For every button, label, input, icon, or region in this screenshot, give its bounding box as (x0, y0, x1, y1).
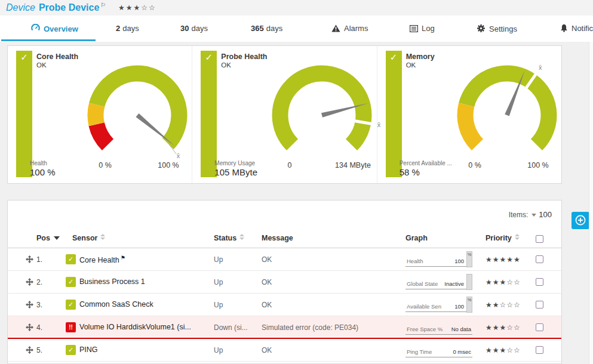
sensor-row[interactable]: 2.✓Business Process 1UpOKGlobal StateIna… (8, 271, 561, 294)
sensor-status: Up (214, 255, 223, 264)
move-icon[interactable] (26, 255, 33, 265)
tab-label: Log (422, 24, 435, 33)
tab-days[interactable]: 30days (180, 24, 208, 38)
tab-settings[interactable]: Settings (477, 24, 517, 38)
active-tab-underline (1, 39, 96, 41)
gear-icon (477, 24, 486, 35)
sensor-status: Up (214, 278, 223, 286)
channel-label: Memory Usage (214, 160, 257, 166)
alarm-icon (331, 24, 340, 34)
sort-icon (239, 234, 244, 240)
sensor-mini-graph[interactable]: Ping Time0 msec (405, 343, 472, 357)
row-checkbox[interactable] (536, 323, 543, 331)
gauge-tile-probe-health[interactable]: ✓Probe HealthOKx̄0134 MByteMemory Usage1… (192, 46, 377, 183)
column-header-status[interactable]: Status (214, 234, 244, 242)
items-label: Items: (509, 211, 529, 219)
sensor-row[interactable]: 5.✓PINGUpOKPing Time0 msec★★★☆☆ (8, 339, 561, 362)
sensor-status-bar: ✓ (201, 51, 217, 177)
priority-stars[interactable]: ★★★☆☆ (486, 278, 521, 286)
average-marker: x̄ (539, 64, 542, 71)
move-icon[interactable] (26, 278, 33, 288)
table-body: 1.✓Core Health⚑UpOKHealth100%★★★★★2.✓Bus… (8, 248, 561, 362)
sensor-status: Up (214, 301, 223, 309)
graph-unit-strip (466, 274, 472, 290)
sensor-name-link[interactable]: Common SaaS Check (79, 300, 153, 309)
check-icon: ✓ (16, 52, 32, 63)
sensor-mini-graph[interactable]: Available Sen100% (405, 297, 472, 312)
tab-log[interactable]: Log (410, 24, 435, 38)
row-checkbox[interactable] (536, 301, 543, 309)
column-header-graph[interactable]: Graph (405, 234, 428, 242)
graph-channel-value: Inactive (444, 280, 464, 287)
sensor-row[interactable]: 3.✓Common SaaS CheckUpOKAvailable Sen100… (8, 294, 561, 316)
sensor-name-link[interactable]: Core Health⚑ (79, 255, 125, 264)
column-label: Graph (405, 234, 428, 242)
add-object-button[interactable] (572, 212, 589, 229)
gauge-scale-max: 134 MByte (335, 161, 371, 169)
move-icon[interactable] (26, 346, 33, 356)
column-header-message[interactable]: Message (262, 234, 293, 242)
graph-channel-label: Global State (407, 280, 438, 287)
graph-channel-value: 0 msec (453, 348, 471, 355)
tab-label: days (266, 24, 282, 33)
tab-alarms[interactable]: Alarms (331, 24, 368, 38)
channel-label: Percent Available ... (400, 160, 452, 166)
gauge-tile-core-health[interactable]: ✓Core HealthOKx̄0 %100 %Health100 % (8, 46, 192, 183)
row-checkbox[interactable] (536, 278, 543, 286)
sensor-name-link[interactable]: Volume IO HarddiskVolume1 (si... (79, 323, 191, 331)
sensor-mini-graph[interactable]: Global StateInactive (405, 274, 472, 289)
table-header-row: PosSensorStatusMessageGraphPriority (8, 230, 561, 248)
graph-channel-value: 100 (454, 258, 464, 264)
sensor-mini-graph[interactable]: Free Space %No data (405, 320, 472, 335)
tab-days[interactable]: 365days (251, 24, 282, 38)
sensor-mini-graph[interactable]: Health100% (405, 252, 472, 267)
flag-icon[interactable]: ⚐ (100, 2, 106, 8)
column-header-priority[interactable]: Priority (486, 234, 520, 242)
move-icon[interactable] (26, 323, 33, 333)
channel-label: Health (30, 160, 56, 166)
sort-icon (100, 234, 105, 240)
priority-stars[interactable]: ★★☆☆☆ (486, 301, 521, 309)
chevron-down-icon (531, 214, 536, 217)
check-icon: ✓ (201, 52, 217, 63)
priority-stars[interactable]: ★★★☆☆ (486, 346, 521, 354)
tab-label: Alarms (344, 24, 368, 33)
gauge-tile-memory[interactable]: ✓MemoryOKx̄0 %100 %Percent Available ...… (377, 46, 561, 183)
tab-notifications[interactable]: Notifications (560, 24, 593, 38)
position-number: 2. (36, 278, 42, 286)
tab-overview[interactable]: Overview (31, 24, 78, 38)
column-header-pos[interactable]: Pos (36, 234, 60, 242)
graph-unit-strip: % (466, 297, 472, 313)
channel-value: 100 % (30, 167, 56, 177)
device-priority-stars[interactable]: ★★★☆☆ (118, 4, 156, 12)
items-count-control[interactable]: Items:100 (509, 210, 552, 219)
sensor-status: Down (si... (214, 323, 248, 332)
graph-channel-label: Available Sen (407, 303, 441, 310)
gauge-icon (31, 24, 40, 35)
select-all-checkbox[interactable] (536, 235, 543, 243)
priority-stars[interactable]: ★★★☆☆ (486, 323, 521, 332)
flag-icon: ⚑ (121, 255, 125, 261)
scrollbar-track[interactable] (589, 42, 593, 364)
row-checkbox[interactable] (536, 255, 543, 263)
gauges-panel: ✓Core HealthOKx̄0 %100 %Health100 %✓Prob… (7, 45, 562, 184)
sensor-name-link[interactable]: Business Process 1 (79, 277, 145, 286)
move-icon[interactable] (26, 301, 33, 310)
sensor-name-link[interactable]: PING (79, 346, 98, 354)
column-header-sensor[interactable]: Sensor (72, 234, 105, 242)
sensor-status-bar: ✓ (16, 51, 32, 177)
channel-value: 105 MByte (214, 167, 257, 177)
primary-channel: Health100 % (30, 160, 56, 177)
log-icon (410, 25, 418, 34)
row-checkbox[interactable] (536, 346, 543, 354)
average-marker: x̄ (177, 152, 180, 159)
page-header: DeviceProbe Device⚐ ★★★☆☆ (0, 0, 593, 16)
gauge-scale-min: 0 % (99, 161, 112, 169)
sensor-row[interactable]: 1.✓Core Health⚑UpOKHealth100%★★★★★ (8, 248, 561, 271)
tab-days[interactable]: 2days (116, 24, 139, 38)
gauge-scale-max: 100 % (527, 161, 548, 169)
sensor-row[interactable]: 4.!!Volume IO HarddiskVolume1 (si...Down… (8, 316, 561, 339)
page-title[interactable]: Probe Device (39, 2, 99, 13)
priority-stars[interactable]: ★★★★★ (486, 255, 521, 264)
breadcrumb: DeviceProbe Device⚐ (6, 2, 106, 13)
